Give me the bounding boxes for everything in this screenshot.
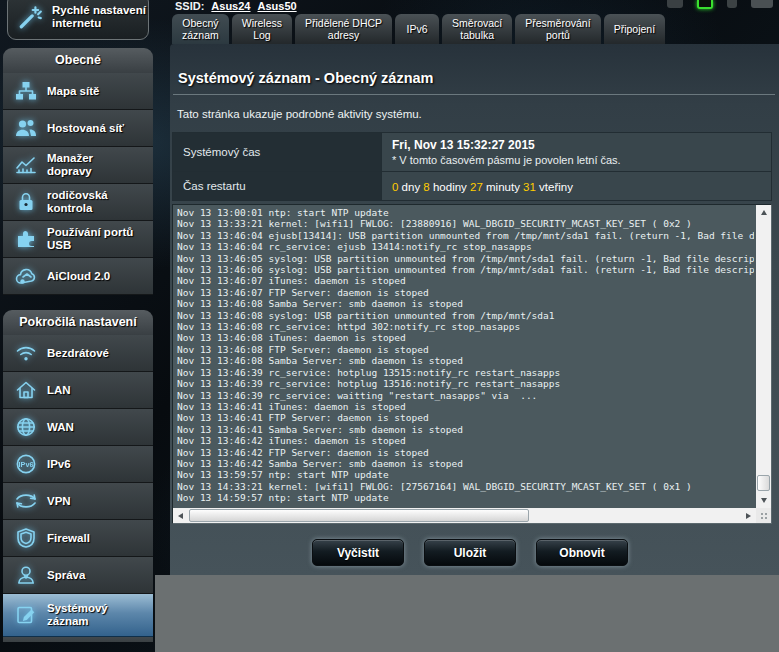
scroll-left-button[interactable] [173, 508, 188, 523]
ssid-label: SSID: [175, 0, 204, 12]
system-log-textarea[interactable]: Nov 13 13:00:01 ntp: start NTP update No… [172, 204, 772, 524]
ssid-line: SSID:Asus24Asus50 [175, 0, 297, 12]
horizontal-scrollbar[interactable] [173, 508, 756, 523]
banner-icon-a[interactable] [667, 0, 683, 8]
wan-icon [12, 415, 39, 439]
sidebar-next-item-partial [3, 637, 153, 642]
refresh-log-button[interactable]: Obnovit [536, 539, 628, 566]
sidebar-item-bezdr-tov-[interactable]: Bezdrátové [3, 335, 153, 372]
tab-p-esm-rov-n-port-[interactable]: Přesměrování portů [515, 14, 600, 44]
ssid-link-asus50[interactable]: Asus50 [257, 0, 296, 12]
resize-grip-icon[interactable] [760, 512, 769, 521]
vertical-scroll-thumb[interactable] [757, 475, 770, 491]
clear-log-button[interactable]: Vyčistit [312, 539, 404, 566]
tab-wireless-log[interactable]: Wireless Log [232, 14, 292, 44]
sidebar-item-label: Manažer dopravy [47, 152, 147, 178]
firewall-icon [12, 526, 39, 550]
arrow-right-icon [746, 513, 751, 519]
quick-setup-button[interactable]: Rychlé nastavení internetu [7, 0, 149, 40]
sidebar-item-label: Správa [47, 569, 147, 582]
arrow-up-icon [761, 210, 767, 215]
sidebar-item-vpn[interactable]: VPN [3, 483, 153, 520]
nav-section-title: Pokročilá nastavení [3, 310, 153, 335]
sidebar-item-rodi-ovsk-kontrola[interactable]: rodičovská kontrola [3, 184, 153, 221]
magic-wand-icon [17, 4, 43, 30]
uptime-label: Čas restartu [173, 172, 382, 201]
sidebar-item-label: Bezdrátové [47, 347, 147, 360]
usb-application-icon [12, 227, 39, 251]
uptime-number: 8 [423, 181, 429, 193]
uptime-row: Čas restartu 0 dny 8 hodiny 27 minuty 31… [173, 172, 772, 201]
tab-sm-rovac-tabulka[interactable]: Směrovací tabulka [442, 14, 512, 44]
sidebar-item-label: AiCloud 2.0 [47, 270, 147, 283]
scrollbar-corner [756, 508, 771, 523]
sidebar-item-label: Hostovaná síť [47, 122, 147, 135]
nav-group-2: Pokročilá nastaveníBezdrátovéLANWANIPv6I… [3, 310, 153, 642]
scroll-right-button[interactable] [741, 508, 756, 523]
tab-obecn-z-znam[interactable]: Obecný záznam [172, 14, 229, 44]
tab-bar: Obecný záznamWireless LogPřidělené DHCP … [172, 14, 665, 44]
scroll-up-button[interactable] [756, 205, 771, 220]
save-log-button[interactable]: Uložit [424, 539, 516, 566]
wireless-icon [12, 341, 39, 365]
ipv6-icon: IPv6 [12, 452, 39, 476]
sidebar-item-label: Mapa sítě [47, 85, 147, 98]
vpn-icon [12, 489, 39, 513]
log-text: Nov 13 13:00:01 ntp: start NTP update No… [177, 207, 754, 506]
system-log-icon [12, 603, 39, 627]
aicloud-icon [12, 264, 39, 288]
sidebar-item-ipv6[interactable]: IPv6IPv6 [3, 446, 153, 483]
sidebar-item-label: Systémový záznam [47, 602, 147, 628]
system-info-table: Systémový čas Fri, Nov 13 15:32:27 2015 … [172, 132, 772, 201]
page-description: Tato stránka ukazuje podrobné aktivity s… [177, 108, 779, 120]
vertical-scrollbar[interactable] [756, 205, 771, 508]
page-background-lower [155, 575, 779, 652]
sidebar: Rychlé nastavení internetu ObecnéMapa sí… [0, 0, 155, 652]
sidebar-item-lan[interactable]: LAN [3, 372, 153, 409]
tab-p-id-len-dhcp-adresy[interactable]: Přidělené DHCP adresy [295, 14, 392, 44]
nav-group-1: ObecnéMapa sítěHostovaná síťManažer dopr… [3, 48, 153, 295]
banner-icon-c[interactable] [751, 0, 773, 8]
guest-network-icon [12, 116, 39, 140]
uptime-number: 31 [523, 181, 536, 193]
sidebar-item-syst-mov-z-znam[interactable]: Systémový záznam [3, 594, 153, 637]
page-title: Systémový záznam - Obecný záznam [170, 44, 779, 86]
banner-lan-status-icon[interactable] [697, 0, 713, 9]
sidebar-item-mapa-s-t-[interactable]: Mapa sítě [3, 73, 153, 110]
svg-text:IPv6: IPv6 [18, 460, 33, 469]
banner-icons [667, 0, 773, 11]
scroll-down-button[interactable] [756, 493, 771, 508]
sidebar-item-label: VPN [47, 495, 147, 508]
sidebar-item-mana-er-dopravy[interactable]: Manažer dopravy [3, 147, 153, 184]
parental-control-icon [12, 190, 39, 214]
tab-p-ipojen-[interactable]: Připojení [604, 14, 665, 44]
administration-icon [12, 563, 39, 587]
horizontal-scroll-thumb[interactable] [189, 509, 529, 522]
traffic-manager-icon [12, 153, 39, 177]
uptime-value: 0 dny 8 hodiny 27 minuty 31 vteřiny [392, 181, 573, 193]
sidebar-item-wan[interactable]: WAN [3, 409, 153, 446]
title-divider [173, 94, 775, 95]
system-time-row: Systémový čas Fri, Nov 13 15:32:27 2015 … [173, 133, 772, 172]
sidebar-item-label: rodičovská kontrola [47, 189, 147, 215]
sidebar-item-label: Používání portů USB [47, 226, 147, 252]
banner-icon-b[interactable] [727, 0, 737, 8]
sidebar-item-label: LAN [47, 384, 147, 397]
action-buttons: VyčistitUložitObnovit [170, 539, 770, 566]
sidebar-item-pou-v-n-port-usb[interactable]: Používání portů USB [3, 221, 153, 258]
dst-note: * V tomto časovém pásmu je povolen letní… [392, 154, 771, 166]
sidebar-item-aicloud-2-0[interactable]: AiCloud 2.0 [3, 258, 153, 295]
arrow-down-icon [761, 498, 767, 503]
sidebar-item-label: IPv6 [47, 458, 147, 471]
uptime-number: 27 [470, 181, 483, 193]
ssid-link-asus24[interactable]: Asus24 [211, 0, 250, 12]
network-map-icon [12, 79, 39, 103]
sidebar-item-hostovan-s-[interactable]: Hostovaná síť [3, 110, 153, 147]
main-panel: Systémový záznam - Obecný záznam Tato st… [170, 44, 779, 575]
sidebar-item-firewall[interactable]: Firewall [3, 520, 153, 557]
tab-ipv6[interactable]: IPv6 [395, 14, 439, 44]
sidebar-item-spr-va[interactable]: Správa [3, 557, 153, 594]
sidebar-item-label: Firewall [47, 532, 147, 545]
arrow-left-icon [178, 513, 183, 519]
nav-section-title: Obecné [3, 48, 153, 73]
